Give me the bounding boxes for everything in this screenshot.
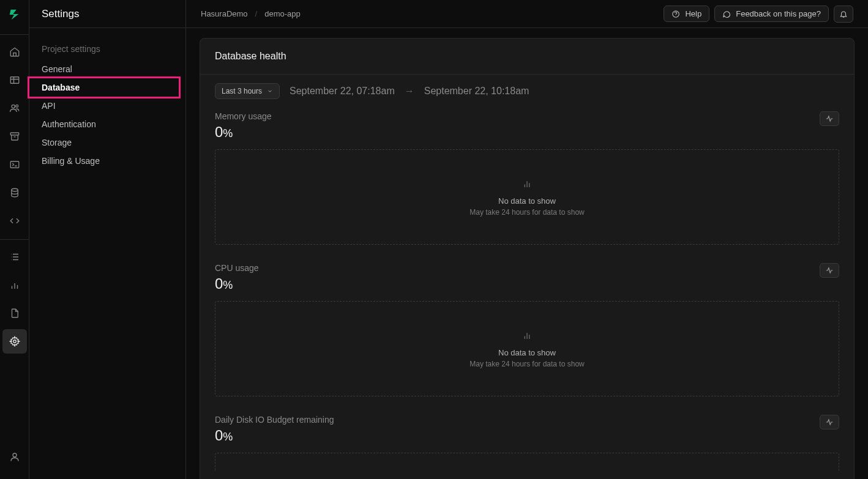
sidebar-item-general[interactable]: General	[29, 60, 185, 78]
nav-database-icon[interactable]	[2, 180, 27, 205]
range-label: Last 3 hours	[222, 87, 262, 95]
empty-line-1: No data to show	[498, 196, 556, 206]
metric-cpu-usage: CPU usage 0% No data to s	[215, 263, 839, 396]
top-actions: Help Feedback on this page?	[664, 6, 853, 23]
nav-terminal-icon[interactable]	[2, 152, 27, 177]
card-title: Database health	[200, 39, 854, 75]
content-scroll: Database health Last 3 hours September 2…	[186, 28, 868, 479]
breadcrumb-project[interactable]: demo-app	[264, 9, 301, 18]
metric-disk-io: Daily Disk IO Budget remaining 0%	[215, 415, 839, 471]
nav-profile-icon[interactable]	[2, 445, 27, 469]
main-content: HasuraDemo / demo-app Help Feedback on t…	[186, 0, 868, 479]
metric-memory-usage: Memory usage 0% No data t	[215, 111, 839, 245]
svg-rect-3	[10, 133, 19, 135]
time-end: September 22, 10:18am	[424, 86, 529, 97]
svg-point-5	[11, 188, 18, 191]
bar-chart-icon	[522, 178, 533, 191]
metric-activity-button[interactable]	[820, 111, 839, 126]
sidebar-nav: Project settings General Database API Au…	[29, 28, 185, 180]
nav-users-icon[interactable]	[2, 96, 27, 121]
nav-archive-icon[interactable]	[2, 124, 27, 149]
nav-list-icon[interactable]	[2, 245, 27, 269]
icon-rail	[0, 0, 29, 479]
chart-placeholder	[215, 453, 839, 471]
sidebar-item-api[interactable]: API	[29, 97, 185, 115]
nav-home-icon[interactable]	[2, 40, 27, 64]
nav-analytics-icon[interactable]	[2, 273, 27, 297]
nav-document-icon[interactable]	[2, 301, 27, 325]
empty-line-1: No data to show	[498, 348, 556, 357]
metric-label: Memory usage	[215, 111, 272, 121]
nav-table-icon[interactable]	[2, 68, 27, 92]
empty-line-2: May take 24 hours for data to show	[470, 360, 584, 368]
svg-rect-0	[10, 77, 19, 84]
chevron-down-icon	[267, 88, 273, 94]
activity-icon	[825, 266, 834, 275]
top-bar: HasuraDemo / demo-app Help Feedback on t…	[186, 0, 868, 28]
help-button[interactable]: Help	[664, 6, 709, 22]
help-icon	[672, 10, 680, 18]
database-health-card: Database health Last 3 hours September 2…	[200, 38, 855, 479]
feedback-button[interactable]: Feedback on this page?	[714, 6, 829, 22]
notifications-button[interactable]	[834, 6, 853, 23]
svg-point-7	[13, 453, 17, 457]
bar-chart-icon	[522, 330, 533, 343]
nav-code-icon[interactable]	[2, 209, 27, 233]
sidebar-item-database[interactable]: Database	[28, 76, 181, 98]
metric-value: 0%	[215, 427, 334, 444]
chat-icon	[722, 10, 731, 18]
empty-line-2: May take 24 hours for data to show	[470, 208, 584, 217]
settings-sidebar: Settings Project settings General Databa…	[29, 0, 186, 479]
sidebar-item-storage[interactable]: Storage	[29, 133, 185, 152]
activity-icon	[825, 418, 834, 426]
help-label: Help	[685, 9, 702, 18]
chart-placeholder: No data to show May take 24 hours for da…	[215, 149, 839, 245]
time-range-row: Last 3 hours September 22, 07:18am → Sep…	[215, 83, 839, 99]
svg-point-2	[15, 105, 18, 107]
metric-value: 0%	[215, 124, 272, 141]
card-body: Last 3 hours September 22, 07:18am → Sep…	[200, 75, 854, 479]
metric-label: Daily Disk IO Budget remaining	[215, 415, 334, 425]
sidebar-section-title: Project settings	[29, 38, 185, 60]
sidebar-title: Settings	[29, 0, 185, 28]
time-range-select[interactable]: Last 3 hours	[215, 83, 280, 99]
brand-logo[interactable]	[7, 7, 22, 22]
nav-settings-icon[interactable]	[2, 329, 27, 354]
metric-label: CPU usage	[215, 263, 259, 273]
time-start: September 22, 07:18am	[290, 86, 395, 97]
svg-rect-4	[10, 162, 19, 168]
rail-divider	[0, 34, 29, 35]
breadcrumb-separator: /	[255, 9, 258, 18]
metric-activity-button[interactable]	[820, 415, 839, 429]
breadcrumb: HasuraDemo / demo-app	[201, 9, 301, 18]
bell-icon	[839, 10, 848, 18]
chart-placeholder: No data to show May take 24 hours for da…	[215, 301, 839, 396]
sidebar-item-authentication[interactable]: Authentication	[29, 115, 185, 133]
rail-divider	[0, 239, 29, 240]
activity-icon	[825, 114, 834, 123]
arrow-right-icon: →	[405, 86, 414, 97]
breadcrumb-org[interactable]: HasuraDemo	[201, 9, 248, 18]
svg-point-1	[12, 105, 15, 108]
feedback-label: Feedback on this page?	[736, 9, 821, 18]
metric-activity-button[interactable]	[820, 263, 839, 278]
svg-point-6	[13, 340, 16, 343]
metric-value: 0%	[215, 275, 259, 292]
sidebar-item-billing[interactable]: Billing & Usage	[29, 152, 185, 170]
